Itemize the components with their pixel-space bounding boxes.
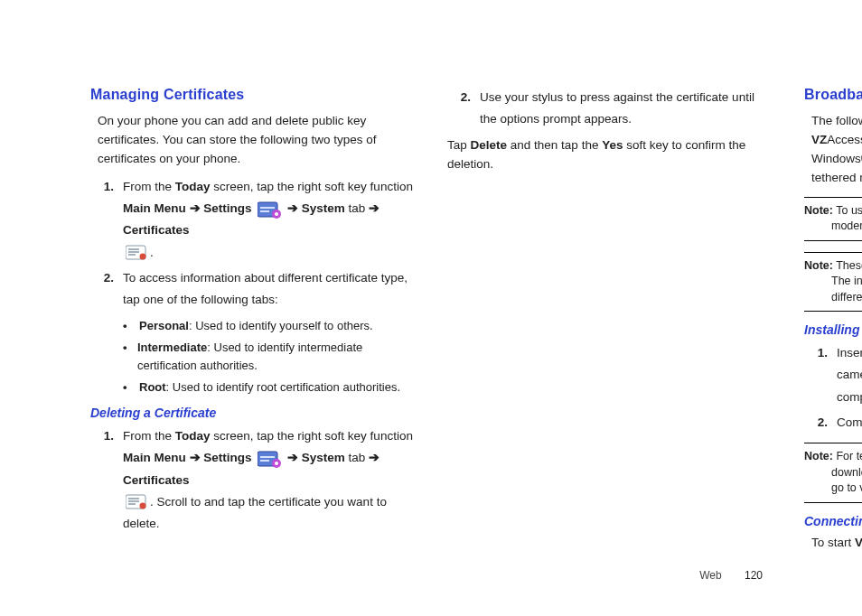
bullet-icon: •: [123, 378, 132, 397]
arrow-icon: ➔: [369, 201, 379, 215]
step-number: 2.: [810, 412, 828, 434]
step-body: From the Today screen, tap the right sof…: [123, 425, 415, 535]
text: tab: [345, 201, 369, 215]
note-tech-support: Note: For technical support, please go t…: [804, 443, 862, 503]
text: From the: [123, 180, 175, 193]
intermediate-label: Intermediate: [137, 341, 207, 354]
intro-paragraph: On your phone you can add and delete pub…: [98, 112, 415, 169]
note-text: To use VZAccess Manager you should selec…: [831, 204, 862, 233]
certificates-label: Certificates: [123, 223, 190, 237]
deleting-final-paragraph: Tap Delete and then tap the Yes soft key…: [447, 136, 772, 174]
bullet-body: Root: Used to identify root certificatio…: [139, 378, 400, 397]
bullet-body: Intermediate: Used to identify intermedi…: [137, 339, 415, 375]
deleting-step-1: 1. From the Today screen, tap the right …: [96, 425, 415, 535]
heading-connecting-broadband: Connecting to BroadbandAccess: [804, 514, 862, 528]
document-page: Managing Certificates On your phone you …: [0, 0, 862, 616]
arrow-icon: ➔: [369, 451, 379, 464]
note-usb-setting: Note: To use VZAccess Manager you should…: [804, 197, 862, 241]
note-windows-xp: Note: These instructions are provided fo…: [804, 252, 862, 313]
arrow-icon: ➔: [186, 201, 204, 215]
arrow-icon: ➔: [287, 451, 302, 464]
today-label: Today: [175, 429, 211, 443]
step-number: 1.: [96, 425, 114, 535]
certificate-icon: [126, 245, 147, 261]
root-label: Root: [139, 380, 166, 394]
managing-step-1: 1. From the Today screen, tap the right …: [96, 176, 415, 264]
delete-label: Delete: [471, 138, 508, 152]
tab-root: •Root: Used to identify root certificati…: [123, 378, 415, 397]
note-text: These instructions are provided for Micr…: [831, 259, 862, 303]
broadband-intro: The following instructions describe how …: [811, 112, 862, 188]
note-body: Note: To use VZAccess Manager you should…: [804, 203, 862, 235]
heading-broadband-access: Broadband Access Connect: [804, 87, 862, 103]
text: : Used to identify yourself to others.: [189, 319, 373, 332]
text: . Scroll to and tap the certificate you …: [123, 495, 387, 530]
settings-label: Settings: [203, 451, 251, 464]
vz-label: VZ: [855, 536, 862, 549]
text: The following instructions describe how …: [811, 114, 862, 127]
tab-personal: •Personal: Used to identify yourself to …: [123, 317, 415, 335]
vz-label: VZ: [811, 133, 827, 146]
note-label: Note:: [804, 450, 833, 462]
note-label: Note:: [804, 259, 833, 272]
system-label: System: [302, 451, 345, 464]
managing-step-2: 2. To access information about different…: [96, 267, 415, 312]
settings-label: Settings: [203, 201, 251, 215]
install-step-1: 1. Insert the VZAccess Manager installat…: [810, 342, 862, 408]
heading-managing-certificates: Managing Certificates: [90, 87, 415, 103]
settings-icon: [258, 201, 281, 219]
section-label: Web: [699, 569, 721, 582]
yes-label: Yes: [602, 138, 623, 152]
certificate-tabs-list: •Personal: Used to identify yourself to …: [123, 317, 415, 397]
certificates-label: Certificates: [123, 473, 190, 487]
arrow-icon: ➔: [186, 451, 204, 464]
step-body: To access information about different ce…: [123, 267, 415, 312]
arrow-icon: ➔: [287, 201, 302, 215]
deleting-step-2: 2. Use your stylus to press against the …: [453, 87, 772, 131]
two-column-body: Managing Certificates On your phone you …: [90, 87, 772, 556]
text: screen, tap the right soft key function: [211, 429, 413, 443]
note-label: Note:: [804, 204, 833, 217]
text: and then tap the: [507, 138, 602, 152]
managing-steps-list: 1. From the Today screen, tap the right …: [96, 176, 415, 312]
text: To start: [811, 536, 855, 549]
text: Tap: [447, 138, 471, 152]
install-steps-list: 1. Insert the VZAccess Manager installat…: [810, 342, 862, 434]
text: screen, tap the right soft key function: [211, 180, 413, 193]
svg-point-9: [140, 503, 146, 509]
note-body: Note: For technical support, please go t…: [804, 449, 862, 497]
certificate-icon: [126, 494, 147, 510]
bullet-icon: •: [123, 317, 132, 335]
text: .: [150, 246, 154, 259]
page-number: 120: [745, 569, 763, 582]
note-text: For technical support, please go to dts.…: [831, 450, 862, 494]
page-footer: Web 120: [699, 569, 763, 582]
text: tab: [345, 451, 369, 464]
svg-point-4: [140, 254, 146, 260]
step-body: Complete the on-screen instructions.: [837, 412, 862, 434]
svg-point-7: [275, 462, 278, 465]
today-label: Today: [175, 180, 211, 193]
system-label: System: [302, 201, 345, 215]
main-menu-label: Main Menu: [123, 451, 186, 464]
install-step-2: 2. Complete the on-screen instructions.: [810, 412, 862, 434]
text: From the: [123, 429, 175, 443]
step-body: From the Today screen, tap the right sof…: [123, 176, 415, 264]
bullet-icon: •: [123, 339, 130, 375]
step-number: 2.: [453, 87, 471, 131]
svg-point-2: [275, 212, 278, 216]
step-body: Use your stylus to press against the cer…: [480, 87, 772, 131]
note-body: Note: These instructions are provided fo…: [804, 258, 862, 306]
text: Insert the: [837, 346, 862, 359]
heading-deleting-certificate: Deleting a Certificate: [90, 406, 415, 420]
step-body: Insert the VZAccess Manager installation…: [837, 342, 862, 408]
heading-installing-vzaccess: Installing VZAccess Manager: [804, 322, 862, 337]
step-number: 1.: [96, 176, 114, 264]
step-number: 1.: [810, 342, 828, 408]
settings-icon: [258, 450, 281, 468]
personal-label: Personal: [139, 319, 189, 332]
text: : Used to identify root certification au…: [166, 380, 400, 394]
step-number: 2.: [96, 267, 114, 312]
tab-intermediate: •Intermediate: Used to identify intermed…: [123, 339, 415, 375]
connect-intro: To start VZAccess Manager:: [811, 534, 862, 553]
